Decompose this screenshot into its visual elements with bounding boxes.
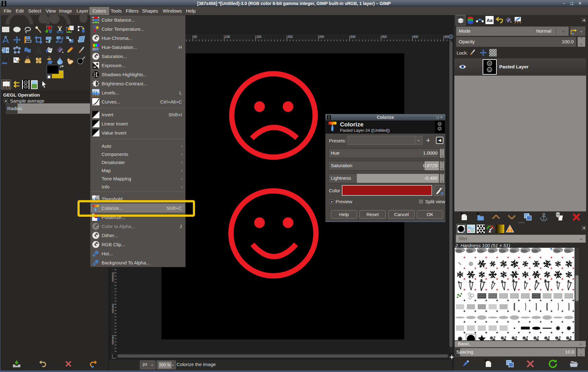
svg-text:0: 0 bbox=[112, 342, 114, 345]
svg-text:250: 250 bbox=[319, 35, 324, 39]
svg-text:0: 0 bbox=[112, 279, 114, 282]
svg-text:0: 0 bbox=[112, 310, 114, 314]
svg-text:300: 300 bbox=[350, 35, 356, 39]
svg-text:400: 400 bbox=[413, 35, 418, 39]
svg-text:100: 100 bbox=[225, 35, 230, 39]
svg-text:150: 150 bbox=[256, 35, 262, 39]
svg-text:Aa: Aa bbox=[486, 18, 493, 23]
svg-text:350: 350 bbox=[382, 35, 387, 39]
svg-text:50: 50 bbox=[193, 35, 197, 39]
svg-text:200: 200 bbox=[288, 35, 293, 39]
svg-text:A: A bbox=[36, 46, 42, 55]
